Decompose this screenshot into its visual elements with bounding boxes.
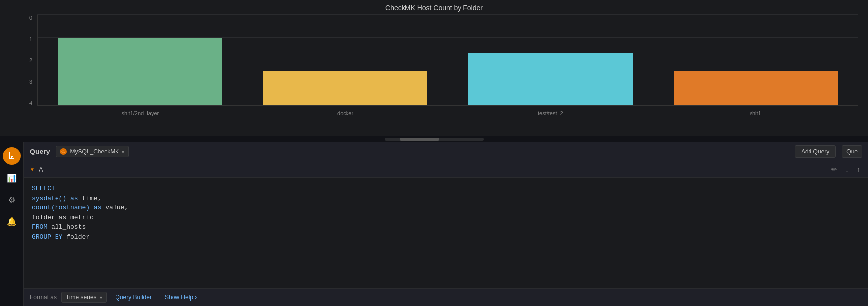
edit-query-button[interactable]: ✏ xyxy=(829,164,839,174)
bottom-panel: 🗄📊⚙🔔 Query MySQL_CheckMK ▾ Add Query Que xyxy=(0,142,868,306)
bar-2 xyxy=(468,53,633,105)
query-more-button[interactable]: Que xyxy=(842,145,862,158)
bar-0 xyxy=(58,38,222,105)
y-axis: 4 3 2 1 0 xyxy=(20,15,35,106)
sql-line-6: GROUP BY folder xyxy=(32,232,860,242)
datasource-icon xyxy=(60,148,67,155)
query-label: Query xyxy=(30,148,50,155)
sql-line-5: FROM all_hosts xyxy=(32,222,860,232)
move-up-button[interactable]: ↑ xyxy=(855,164,862,174)
scrollbar-area[interactable] xyxy=(0,136,868,142)
chart-inner: 4 3 2 1 0 shit1/2nd_layerdockertest/test… xyxy=(20,15,858,121)
datasource-chevron-icon: ▾ xyxy=(122,149,124,154)
bar-group-1: docker xyxy=(243,15,448,105)
chart-icon[interactable]: 📊 xyxy=(3,169,21,187)
query-letter: A xyxy=(39,166,43,173)
bar-group-0: shit1/2nd_layer xyxy=(38,15,243,105)
y-label-2: 2 xyxy=(29,57,32,63)
query-header: Query MySQL_CheckMK ▾ Add Query Que xyxy=(24,142,868,161)
show-help-button[interactable]: Show Help › xyxy=(161,292,201,302)
bar-group-3: shit1 xyxy=(653,15,858,105)
scrollbar-thumb[interactable] xyxy=(400,138,439,141)
bar-label-2: test/test_2 xyxy=(538,110,563,116)
y-label-4: 0 xyxy=(29,15,32,21)
datasource-selector[interactable]: MySQL_CheckMK ▾ xyxy=(56,146,129,157)
chart-bars-container: shit1/2nd_layerdockertest/test_2shit1 xyxy=(37,15,858,106)
database-icon[interactable]: 🗄 xyxy=(3,147,21,165)
sql-line-2: sysdate() as time, xyxy=(32,194,860,204)
query-row-actions: ✏ ↓ ↑ xyxy=(829,164,862,174)
add-query-button[interactable]: Add Query xyxy=(795,145,836,158)
datasource-name: MySQL_CheckMK xyxy=(70,148,119,155)
move-down-button[interactable]: ↓ xyxy=(843,164,851,174)
sql-line-4: folder as metric xyxy=(32,213,860,223)
format-chevron-icon: ▾ xyxy=(100,295,102,300)
show-help-label: Show Help xyxy=(165,294,193,301)
svg-point-0 xyxy=(61,150,65,153)
chart-title: CheckMK Host Count by Folder xyxy=(0,0,868,12)
sidebar: 🗄📊⚙🔔 xyxy=(0,142,24,306)
y-label-1: 3 xyxy=(29,79,32,85)
format-bar: Format as Time series ▾ Query Builder Sh… xyxy=(24,288,868,306)
sql-line-1: SELECT xyxy=(32,184,860,194)
y-label-0: 4 xyxy=(29,100,32,106)
scrollbar-track[interactable] xyxy=(385,138,484,141)
format-as-label: Format as xyxy=(30,294,57,301)
query-panel: Query MySQL_CheckMK ▾ Add Query Que ▼ A xyxy=(24,142,868,306)
bar-label-0: shit1/2nd_layer xyxy=(122,110,159,116)
bar-3 xyxy=(674,71,838,105)
query-builder-button[interactable]: Query Builder xyxy=(112,292,156,302)
settings-icon[interactable]: ⚙ xyxy=(3,191,21,208)
bar-group-2: test/test_2 xyxy=(448,15,653,105)
format-selector[interactable]: Time series ▾ xyxy=(61,292,107,303)
collapse-icon[interactable]: ▼ xyxy=(30,167,35,172)
bell-icon[interactable]: 🔔 xyxy=(3,212,21,230)
bar-label-3: shit1 xyxy=(750,110,761,116)
sql-line-3: count(hostname) as value, xyxy=(32,203,860,213)
y-label-3: 1 xyxy=(29,36,32,42)
chart-area: CheckMK Host Count by Folder 4 3 2 1 0 s… xyxy=(0,0,868,136)
format-value: Time series xyxy=(66,294,97,301)
sql-editor[interactable]: SELECT sysdate() as time, count(hostname… xyxy=(24,178,868,288)
query-row-header: ▼ A ✏ ↓ ↑ xyxy=(24,161,868,178)
bar-1 xyxy=(263,71,427,105)
show-help-suffix-icon: › xyxy=(195,294,197,301)
bar-label-1: docker xyxy=(337,110,353,116)
